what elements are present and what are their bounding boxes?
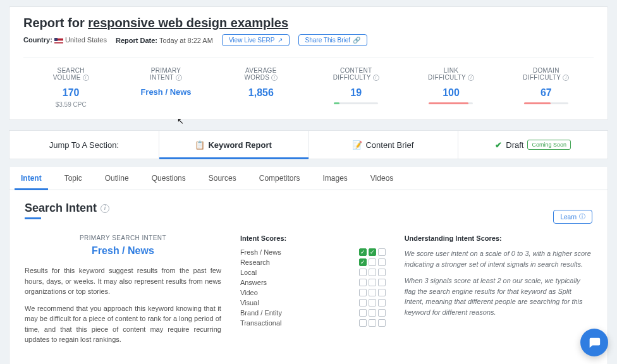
score-box [359, 279, 367, 286]
score-box [378, 299, 386, 306]
intent-panel: Search Intent Learn ⓘ PRIMARY SEARCH INT… [9, 190, 608, 364]
info-icon[interactable] [373, 75, 379, 81]
country-label: Country: [23, 36, 52, 44]
score-row-transactional: Transactional [240, 319, 386, 327]
info-icon[interactable] [468, 75, 474, 81]
score-box [378, 248, 386, 256]
check-icon: ✔ [495, 140, 502, 150]
tab-content-brief[interactable]: 📝 Content Brief [309, 131, 459, 159]
intent-description-2: We recommend that you approach this keyw… [25, 303, 221, 345]
explanation-2: When 3 signals score at least 2 on our s… [405, 276, 592, 317]
tab-competitors[interactable]: Competitors [248, 167, 312, 190]
metric-domain-difficulty: DOMAIN DIFFICULTY 67 [499, 58, 594, 119]
intent-scores-column: Intent Scores: Fresh / News Research Loc… [240, 234, 386, 351]
intent-description-1: Results for this keyword suggest results… [25, 265, 221, 297]
content-diff-bar [334, 102, 378, 104]
us-flag-icon [54, 38, 63, 44]
content-card: Intent Topic Outline Questions Sources C… [9, 167, 608, 364]
question-icon: ⓘ [579, 212, 585, 221]
report-meta: Country: United States Report Date: Toda… [23, 34, 594, 46]
score-row-answers: Answers [240, 279, 386, 286]
date-label: Report Date: [116, 37, 157, 44]
chat-widget-button[interactable] [580, 329, 608, 356]
country-group: Country: United States [23, 36, 107, 44]
score-row-video: Video [240, 289, 386, 296]
score-box [369, 299, 376, 306]
score-box [359, 289, 367, 296]
score-box [378, 319, 386, 327]
title-underline [25, 217, 41, 219]
score-box [359, 248, 367, 256]
info-icon[interactable] [83, 75, 89, 81]
tab-intent[interactable]: Intent [9, 167, 53, 190]
score-box [369, 279, 376, 286]
score-box [359, 258, 367, 266]
score-box [359, 299, 367, 306]
score-box [369, 258, 376, 266]
view-serp-label: View Live SERP [229, 37, 275, 44]
score-box [359, 309, 367, 317]
report-keyword[interactable]: responsive web design examples [88, 16, 288, 30]
tab-questions[interactable]: Questions [140, 167, 197, 190]
inner-tabs: Intent Topic Outline Questions Sources C… [9, 167, 608, 190]
score-box [378, 269, 386, 276]
chat-icon [587, 336, 601, 349]
psi-label: PRIMARY SEARCH INTENT [25, 234, 221, 241]
jump-label: Jump To A Section: [9, 131, 159, 159]
score-row-fresh: Fresh / News [240, 248, 386, 256]
tab-outline[interactable]: Outline [94, 167, 140, 190]
brief-icon: 📝 [353, 140, 362, 149]
learn-button[interactable]: Learn ⓘ [553, 210, 592, 224]
score-box [369, 269, 376, 276]
info-icon[interactable] [101, 204, 109, 213]
score-box [359, 319, 367, 327]
metric-average-words: AVERAGE WORDS 1,856 [214, 58, 308, 119]
score-box [378, 309, 386, 317]
score-box [378, 289, 386, 296]
explanation-1: We score user intent on a scale of 0 to … [405, 248, 592, 269]
metric-content-difficulty: CONTENT DIFFICULTY 19 [308, 58, 403, 119]
domain-diff-value: 67 [501, 87, 591, 99]
primary-intent-value[interactable]: Fresh / News [121, 87, 211, 97]
score-box [369, 309, 376, 317]
tab-images[interactable]: Images [311, 167, 358, 190]
link-icon: 🔗 [353, 37, 360, 44]
avg-words-value: 1,856 [216, 87, 306, 99]
link-diff-value: 100 [406, 87, 496, 99]
tab-topic[interactable]: Topic [53, 167, 94, 190]
content-diff-value: 19 [311, 87, 401, 99]
score-row-brand: Brand / Entity [240, 309, 386, 317]
country-value: United States [65, 36, 107, 44]
info-icon[interactable] [271, 75, 278, 81]
section-tabs: Jump To A Section: 📋 Keyword Report 📝 Co… [9, 130, 608, 159]
view-serp-button[interactable]: View Live SERP ↗ [222, 34, 290, 46]
understanding-heading: Understanding Intent Scores: [405, 234, 592, 242]
metrics-row: SEARCH VOLUME 170 $3.59 CPC PRIMARY INTE… [23, 58, 594, 119]
primary-intent-column: PRIMARY SEARCH INTENT Fresh / News Resul… [25, 234, 221, 351]
date-group: Report Date: Today at 8:22 AM [116, 37, 213, 44]
score-row-local: Local [240, 269, 386, 276]
external-link-icon: ↗ [278, 37, 283, 44]
info-icon[interactable] [176, 75, 182, 81]
score-box [369, 319, 376, 327]
share-brief-button[interactable]: Share This Brief 🔗 [298, 34, 368, 46]
tab-draft[interactable]: ✔ Draft Coming Soon [458, 131, 608, 159]
score-row-research: Research [240, 258, 386, 266]
panel-title: Search Intent [25, 202, 109, 215]
scores-heading: Intent Scores: [240, 234, 386, 242]
domain-diff-bar [524, 102, 568, 104]
date-value: Today at 8:22 AM [159, 37, 213, 44]
link-diff-bar [429, 102, 473, 104]
tab-sources[interactable]: Sources [197, 167, 248, 190]
metric-link-difficulty: LINK DIFFICULTY 100 [403, 58, 498, 119]
understanding-column: Understanding Intent Scores: We score us… [405, 234, 592, 351]
coming-soon-badge: Coming Soon [527, 140, 571, 150]
cpc-value: $3.59 CPC [26, 101, 116, 108]
psi-value: Fresh / News [25, 245, 221, 257]
score-box [378, 279, 386, 286]
tab-videos[interactable]: Videos [359, 167, 405, 190]
tab-keyword-report[interactable]: 📋 Keyword Report [159, 131, 309, 159]
metric-search-volume: SEARCH VOLUME 170 $3.59 CPC [23, 58, 118, 119]
score-box [359, 269, 367, 276]
info-icon[interactable] [563, 75, 569, 81]
